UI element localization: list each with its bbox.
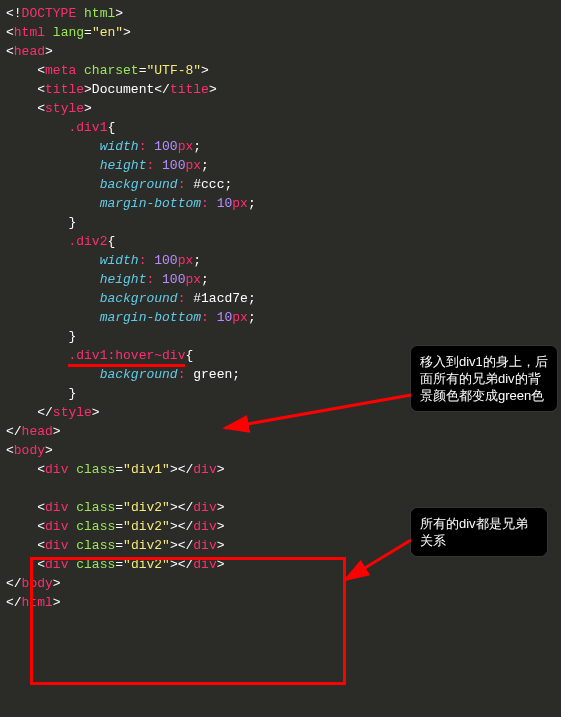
angle: > [115, 6, 123, 21]
callout-text: 移入到div1的身上，后面所有的兄弟div的背景颜色都变成green色 [420, 354, 548, 403]
tag-style: style [45, 101, 84, 116]
val-green: green [193, 367, 232, 382]
prop-margin-bottom: margin-bottom [100, 196, 201, 211]
selector-hover-sibling: .div1:hover~div [68, 348, 185, 367]
title-text: Document [92, 82, 154, 97]
callout-text: 所有的div都是兄弟关系 [420, 516, 528, 548]
val-div1: "div1" [123, 462, 170, 477]
val-1acd7e: #1acd7e [193, 291, 248, 306]
attr-charset: charset [84, 63, 139, 78]
tag-title: title [45, 82, 84, 97]
attr-lang: lang [53, 25, 84, 40]
tag-div: div [45, 462, 68, 477]
val-charset: "UTF-8" [146, 63, 201, 78]
highlight-rectangle [30, 557, 346, 685]
code-block: <!DOCTYPE html> <html lang="en"> <head> … [6, 4, 256, 612]
callout-hover-explain: 移入到div1的身上，后面所有的兄弟div的背景颜色都变成green色 [411, 346, 557, 411]
selector-div1: .div1 [68, 120, 107, 135]
callout-sibling-explain: 所有的div都是兄弟关系 [411, 508, 547, 556]
doctype-html: html [84, 6, 115, 21]
doctype-word: DOCTYPE [22, 6, 77, 21]
angle: <! [6, 6, 22, 21]
tag-html: html [14, 25, 45, 40]
attr-class: class [76, 462, 115, 477]
arrow-icon [345, 540, 411, 580]
val-ccc: #ccc [193, 177, 224, 192]
prop-width: width [100, 139, 139, 154]
selector-div2: .div2 [68, 234, 107, 249]
prop-background: background [100, 177, 178, 192]
tag-meta: meta [45, 63, 76, 78]
prop-height: height [100, 158, 147, 173]
val-div2: "div2" [123, 500, 170, 515]
tag-head: head [14, 44, 45, 59]
val-lang: "en" [92, 25, 123, 40]
code-annotated-figure: <!DOCTYPE html> <html lang="en"> <head> … [0, 0, 561, 717]
tag-body: body [14, 443, 45, 458]
